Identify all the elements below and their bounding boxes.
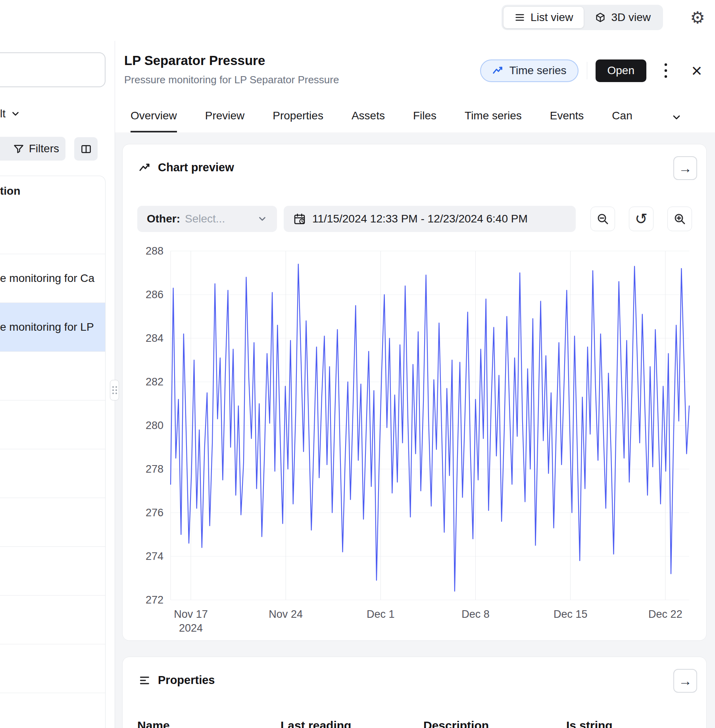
refresh-icon: ↺ <box>635 211 648 226</box>
zoom-out-icon <box>596 213 609 225</box>
default-select[interactable]: lt <box>0 105 21 122</box>
tab-events[interactable]: Events <box>550 109 584 132</box>
other-filter-value: Select... <box>185 213 225 225</box>
list-view-label: List view <box>530 11 573 24</box>
column-header-last-reading: Last reading <box>281 719 351 728</box>
svg-text:Nov 24: Nov 24 <box>269 608 303 620</box>
svg-text:Dec 15: Dec 15 <box>554 608 588 620</box>
list-item[interactable] <box>0 693 105 728</box>
split-panel-icon <box>80 143 92 155</box>
other-filter-label: Other: <box>147 213 180 225</box>
tab-overview[interactable]: Overview <box>131 109 177 132</box>
detail-content: Chart preview → Other: Select... <box>115 132 715 728</box>
filter-icon <box>13 143 24 154</box>
svg-text:Dec 1: Dec 1 <box>367 608 395 620</box>
svg-text:Dec 22: Dec 22 <box>648 608 682 620</box>
open-properties-button[interactable]: → <box>673 669 697 693</box>
svg-text:280: 280 <box>146 420 163 431</box>
chart-preview-card: Chart preview → Other: Select... <box>122 144 707 641</box>
list-item-selected[interactable]: e monitoring for LP <box>0 303 105 351</box>
timeseries-chart[interactable]: 288286284282280278276274272Nov 172024Nov… <box>137 241 693 634</box>
open-chart-button[interactable]: → <box>673 156 697 180</box>
actions-separator <box>587 62 587 79</box>
list-item[interactable] <box>0 595 105 644</box>
type-badge[interactable]: Time series <box>480 59 579 82</box>
list-item-label: e monitoring for LP <box>0 321 94 333</box>
panel-resize-handle[interactable] <box>110 380 119 400</box>
list-item[interactable] <box>0 644 105 693</box>
cube-3d-icon <box>595 12 606 23</box>
list-item[interactable] <box>0 546 105 595</box>
date-range-label: 11/15/2024 12:33 PM - 12/23/2024 6:40 PM <box>312 213 528 225</box>
other-filter-select[interactable]: Other: Select... <box>137 206 277 232</box>
list-item[interactable]: e monitoring for Ca <box>0 254 105 303</box>
main-panel: List view 3D view ⚙ LP Separator Pressur… <box>115 0 715 728</box>
filters-button[interactable]: Filters <box>0 137 65 161</box>
column-header-description: tion <box>0 176 105 254</box>
date-range-picker[interactable]: 11/15/2024 12:33 PM - 12/23/2024 6:40 PM <box>284 206 576 232</box>
tab-canvas-truncated[interactable]: Can <box>612 109 632 132</box>
tab-assets[interactable]: Assets <box>352 109 385 132</box>
page-title: LP Separator Pressure <box>124 53 265 68</box>
timeseries-icon <box>492 65 504 77</box>
default-select-label: lt <box>0 107 6 120</box>
gear-icon: ⚙ <box>690 8 705 27</box>
3d-view-button[interactable]: 3D view <box>584 6 661 29</box>
svg-text:282: 282 <box>146 376 163 388</box>
zoom-in-icon <box>673 213 686 225</box>
tabs-overflow-button[interactable] <box>671 112 682 132</box>
tab-time-series[interactable]: Time series <box>465 109 522 132</box>
type-badge-label: Time series <box>509 64 567 77</box>
zoom-out-button[interactable] <box>590 207 615 231</box>
list-item[interactable] <box>0 351 105 400</box>
reset-zoom-button[interactable]: ↺ <box>629 207 653 231</box>
zoom-in-button[interactable] <box>667 207 692 231</box>
page-subtitle: Pressure monitoring for LP Separator Pre… <box>124 74 339 86</box>
kebab-icon <box>664 62 668 79</box>
list-item-label: e monitoring for Ca <box>0 272 94 285</box>
column-header-name: Name <box>137 719 170 728</box>
filters-label: Filters <box>29 142 59 155</box>
open-button-label: Open <box>607 64 635 77</box>
split-view-button[interactable] <box>74 137 98 161</box>
tab-preview[interactable]: Preview <box>205 109 245 132</box>
close-button[interactable]: × <box>687 61 706 80</box>
properties-card: Properties → Name Last reading Descripti… <box>122 657 707 728</box>
tab-properties[interactable]: Properties <box>273 109 323 132</box>
list-item[interactable] <box>0 498 105 546</box>
chart-controls: Other: Select... <box>137 206 692 232</box>
svg-text:286: 286 <box>146 289 163 301</box>
3d-view-label: 3D view <box>611 11 651 24</box>
svg-text:272: 272 <box>146 594 163 606</box>
svg-text:2024: 2024 <box>179 622 203 634</box>
trend-icon <box>138 161 151 174</box>
tab-files[interactable]: Files <box>413 109 436 132</box>
svg-text:288: 288 <box>146 245 163 257</box>
svg-text:Dec 8: Dec 8 <box>461 608 490 620</box>
arrow-right-icon: → <box>678 673 692 689</box>
column-header-is-string: Is string <box>566 719 613 728</box>
svg-text:276: 276 <box>146 507 163 519</box>
settings-button[interactable]: ⚙ <box>686 6 709 29</box>
sidebar: lt Filters tion e monitoring for Ca e mo… <box>0 0 115 728</box>
list-item[interactable] <box>0 400 105 449</box>
svg-text:284: 284 <box>146 332 163 344</box>
tab-bar: Overview Preview Properties Assets Files… <box>131 105 715 132</box>
chevron-down-icon <box>671 112 682 123</box>
detail-header: List view 3D view ⚙ LP Separator Pressur… <box>115 0 715 132</box>
open-button[interactable]: Open <box>596 59 647 82</box>
search-input[interactable] <box>0 52 106 87</box>
chevron-down-icon <box>257 214 267 224</box>
list-item[interactable] <box>0 449 105 498</box>
chart-card-title: Chart preview <box>158 161 234 174</box>
chart-zoom-controls: ↺ <box>590 207 692 231</box>
svg-text:Nov 17: Nov 17 <box>174 608 208 620</box>
drag-dots-icon <box>112 386 117 394</box>
column-header-description: Description <box>423 719 489 728</box>
chart-card-header: Chart preview <box>138 161 234 174</box>
list-view-button[interactable]: List view <box>503 6 584 29</box>
view-toggle: List view 3D view <box>502 5 663 30</box>
results-table: tion e monitoring for Ca e monitoring fo… <box>0 176 106 728</box>
properties-list-icon <box>138 674 151 687</box>
more-options-button[interactable] <box>656 61 675 80</box>
